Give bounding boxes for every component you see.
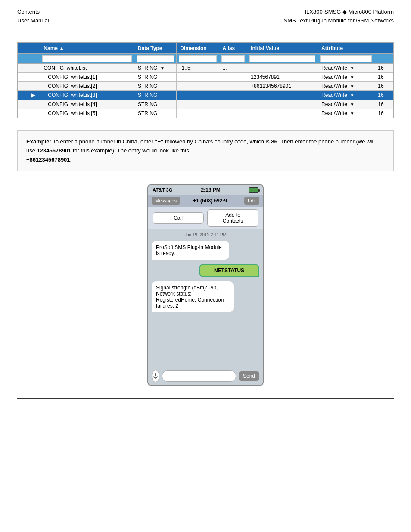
phone-number-display: +1 (608) 692-9... <box>183 198 242 204</box>
table-filter-row <box>18 54 393 64</box>
row-attribute: Read/Write ▼ <box>318 82 374 91</box>
row-attribute: Read/Write ▼ <box>318 91 374 100</box>
row-indicator <box>28 100 40 109</box>
table-row[interactable]: CONFIG_whiteList[2] STRING +861234567890… <box>18 82 393 91</box>
filter-dim[interactable] <box>177 54 219 64</box>
row-dim: [1..5] <box>177 64 219 73</box>
row-datatype: STRING <box>134 82 176 91</box>
mic-icon <box>153 373 159 379</box>
filter-dim-input[interactable] <box>179 55 216 62</box>
footer-divider <box>17 398 394 399</box>
row-datatype: STRING <box>134 73 176 82</box>
table-header-row: Name ▲ Data Type Dimension Alias Initial… <box>18 43 393 54</box>
table-body: - CONFIG_whiteList STRING ▼ [1..5] ... R… <box>18 64 393 118</box>
row-attribute: Read/Write ▼ <box>318 100 374 109</box>
row-num: 16 <box>374 100 393 109</box>
row-alias <box>219 91 247 100</box>
col-alias-header: Alias <box>219 43 247 54</box>
filter-alias-input[interactable] <box>221 55 245 62</box>
example-box: Example: To enter a phone number in Chin… <box>17 130 394 171</box>
row-name: CONFIG_whiteList[1] <box>40 73 134 82</box>
table-row[interactable]: ▶ CONFIG_whiteList[3] STRING Read/Write … <box>18 91 393 100</box>
row-initial: +8612345678901 <box>247 82 318 91</box>
row-expand <box>18 82 28 91</box>
filter-attribute-input[interactable] <box>320 55 372 62</box>
filter-name-input[interactable] <box>42 55 132 62</box>
row-expand <box>18 73 28 82</box>
row-attribute: Read/Write ▼ <box>318 73 374 82</box>
phone-text-input[interactable] <box>162 370 236 382</box>
example-label: Example: <box>26 138 51 145</box>
message-bubble-netstatus: NETSTATUS <box>199 264 259 277</box>
page-header: Contents User Manual ILX800-SMSG ◆ Micro… <box>0 0 411 29</box>
row-name: CONFIG_whiteList[2] <box>40 82 134 91</box>
example-number: 12345678901 <box>37 147 72 154</box>
row-attribute: Read/Write ▼ <box>318 64 374 73</box>
row-initial <box>247 100 318 109</box>
example-plus: "+" <box>155 138 163 145</box>
row-name: CONFIG_whiteList <box>40 64 134 73</box>
col-datatype-header: Data Type <box>134 43 176 54</box>
battery-icon <box>249 187 258 193</box>
row-initial: 1234567891 <box>247 73 318 82</box>
phone-edit-button[interactable]: Edit <box>244 197 259 205</box>
row-dim <box>177 73 219 82</box>
filter-expand <box>18 54 28 64</box>
header-user-manual: User Manual <box>17 16 49 25</box>
row-expand <box>18 91 28 100</box>
row-name: CONFIG_whiteList[3] <box>40 91 134 100</box>
row-num: 16 <box>374 64 393 73</box>
row-attribute: Read/Write ▼ <box>318 109 374 118</box>
row-datatype: STRING <box>134 91 176 100</box>
row-datatype: STRING ▼ <box>134 64 176 73</box>
phone-send-button[interactable]: Send <box>239 371 259 381</box>
row-indicator <box>28 109 40 118</box>
message-bubble-signal: Signal strength (dBm): -93, Network stat… <box>152 281 234 312</box>
table-row[interactable]: CONFIG_whiteList[4] STRING Read/Write ▼ … <box>18 100 393 109</box>
header-right: ILX800-SMSG ◆ Micro800 Platform SMS Text… <box>283 8 394 25</box>
variable-table-container: Name ▲ Data Type Dimension Alias Initial… <box>17 42 394 118</box>
row-datatype: STRING <box>134 109 176 118</box>
phone-add-contacts-button[interactable]: Add to Contacts <box>207 209 258 227</box>
row-indicator: ▶ <box>28 91 40 100</box>
row-dim <box>177 91 219 100</box>
filter-initial-input[interactable] <box>249 55 315 62</box>
row-alias <box>219 100 247 109</box>
variable-table: Name ▲ Data Type Dimension Alias Initial… <box>18 43 393 118</box>
row-initial <box>247 64 318 73</box>
phone-input-bar: Send <box>148 367 263 385</box>
phone-time: 2:18 PM <box>201 187 220 193</box>
table-row[interactable]: CONFIG_whiteList[1] STRING 1234567891 Re… <box>18 73 393 82</box>
phone-carrier: AT&T 3G <box>153 187 172 193</box>
row-dim <box>177 109 219 118</box>
row-dim <box>177 82 219 91</box>
filter-attribute[interactable] <box>318 54 374 64</box>
phone-section: AT&T 3G 2:18 PM Messages +1 (608) 692-9.… <box>17 184 394 386</box>
table-row[interactable]: - CONFIG_whiteList STRING ▼ [1..5] ... R… <box>18 64 393 73</box>
filter-name[interactable] <box>40 54 134 64</box>
svg-rect-0 <box>155 373 156 376</box>
phone-messages-area: Jun 19, 2012 2:11 PM ProSoft SMS Plug-in… <box>148 229 263 367</box>
row-name: CONFIG_whiteList[5] <box>40 109 134 118</box>
filter-datatype[interactable] <box>134 54 176 64</box>
phone-timestamp: Jun 19, 2012 2:11 PM <box>152 233 259 237</box>
filter-alias[interactable] <box>219 54 247 64</box>
row-indicator <box>28 73 40 82</box>
row-name: CONFIG_whiteList[4] <box>40 100 134 109</box>
example-code: 86 <box>271 138 277 145</box>
row-alias <box>219 73 247 82</box>
phone-status-bar: AT&T 3G 2:18 PM <box>148 185 263 195</box>
header-product: ILX800-SMSG ◆ Micro800 Platform <box>283 8 394 16</box>
phone-back-button[interactable]: Messages <box>152 197 180 205</box>
row-datatype: STRING <box>134 100 176 109</box>
filter-datatype-input[interactable] <box>137 55 174 62</box>
header-divider <box>17 29 394 29</box>
phone-call-button[interactable]: Call <box>153 212 204 224</box>
row-expand <box>18 100 28 109</box>
filter-num <box>374 54 393 64</box>
filter-initial[interactable] <box>247 54 318 64</box>
table-row[interactable]: CONFIG_whiteList[5] STRING Read/Write ▼ … <box>18 109 393 118</box>
phone-mic-button[interactable] <box>152 370 159 382</box>
example-text: Example: To enter a phone number in Chin… <box>26 137 385 156</box>
row-alias <box>219 109 247 118</box>
